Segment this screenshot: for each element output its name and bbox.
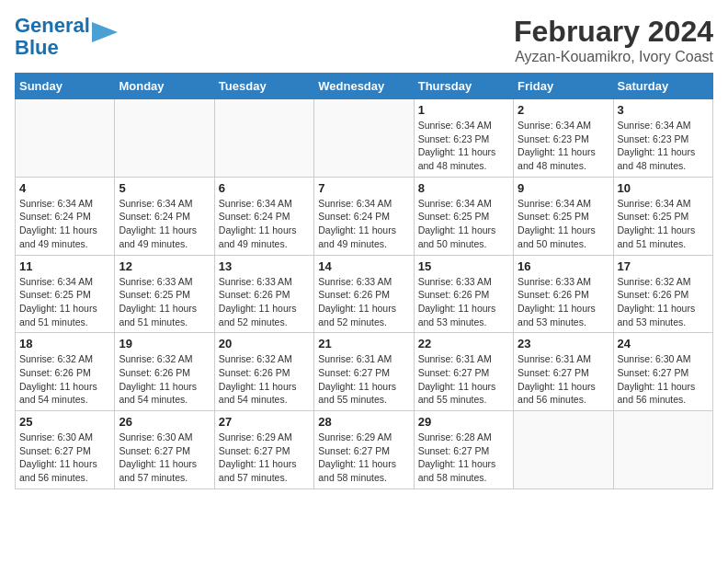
svg-marker-0 xyxy=(92,22,118,42)
table-row xyxy=(613,411,712,489)
header: General Blue February 2024 Ayzan-Kouamik… xyxy=(15,15,713,65)
day-number: 22 xyxy=(418,337,509,350)
table-row: 28Sunrise: 6:29 AM Sunset: 6:27 PM Dayli… xyxy=(314,411,414,489)
day-info: Sunrise: 6:29 AM Sunset: 6:27 PM Dayligh… xyxy=(318,431,409,485)
day-info: Sunrise: 6:34 AM Sunset: 6:25 PM Dayligh… xyxy=(19,275,110,329)
table-row: 18Sunrise: 6:32 AM Sunset: 6:26 PM Dayli… xyxy=(16,333,115,411)
table-row: 27Sunrise: 6:29 AM Sunset: 6:27 PM Dayli… xyxy=(214,411,313,489)
day-info: Sunrise: 6:32 AM Sunset: 6:26 PM Dayligh… xyxy=(618,275,709,329)
day-number: 5 xyxy=(119,181,210,195)
day-info: Sunrise: 6:30 AM Sunset: 6:27 PM Dayligh… xyxy=(19,431,110,485)
day-info: Sunrise: 6:34 AM Sunset: 6:25 PM Dayligh… xyxy=(418,197,509,251)
calendar-week-3: 11Sunrise: 6:34 AM Sunset: 6:25 PM Dayli… xyxy=(16,255,713,333)
table-row: 7Sunrise: 6:34 AM Sunset: 6:24 PM Daylig… xyxy=(314,177,414,255)
day-info: Sunrise: 6:31 AM Sunset: 6:27 PM Dayligh… xyxy=(318,352,409,407)
day-number: 24 xyxy=(618,337,709,350)
calendar-week-5: 25Sunrise: 6:30 AM Sunset: 6:27 PM Dayli… xyxy=(16,411,713,489)
table-row xyxy=(314,99,414,178)
day-number: 16 xyxy=(518,259,609,273)
day-info: Sunrise: 6:30 AM Sunset: 6:27 PM Dayligh… xyxy=(618,352,709,407)
table-row: 25Sunrise: 6:30 AM Sunset: 6:27 PM Dayli… xyxy=(16,411,115,489)
day-number: 2 xyxy=(518,103,609,117)
day-number: 1 xyxy=(418,103,509,117)
table-row: 13Sunrise: 6:33 AM Sunset: 6:26 PM Dayli… xyxy=(214,255,313,333)
day-number: 28 xyxy=(318,415,409,429)
day-number: 26 xyxy=(119,415,210,429)
calendar-header-saturday: Saturday xyxy=(613,74,712,99)
day-number: 18 xyxy=(19,337,110,350)
table-row: 10Sunrise: 6:34 AM Sunset: 6:25 PM Dayli… xyxy=(613,177,712,255)
table-row: 26Sunrise: 6:30 AM Sunset: 6:27 PM Dayli… xyxy=(115,411,214,489)
table-row: 6Sunrise: 6:34 AM Sunset: 6:24 PM Daylig… xyxy=(214,177,313,255)
table-row: 15Sunrise: 6:33 AM Sunset: 6:26 PM Dayli… xyxy=(414,255,513,333)
day-info: Sunrise: 6:34 AM Sunset: 6:23 PM Dayligh… xyxy=(618,119,709,173)
table-row: 29Sunrise: 6:28 AM Sunset: 6:27 PM Dayli… xyxy=(414,411,513,489)
table-row: 4Sunrise: 6:34 AM Sunset: 6:24 PM Daylig… xyxy=(16,177,115,255)
day-number: 10 xyxy=(618,181,709,195)
day-info: Sunrise: 6:34 AM Sunset: 6:23 PM Dayligh… xyxy=(518,119,609,173)
day-info: Sunrise: 6:34 AM Sunset: 6:23 PM Dayligh… xyxy=(418,119,509,173)
day-info: Sunrise: 6:34 AM Sunset: 6:25 PM Dayligh… xyxy=(618,197,709,251)
day-info: Sunrise: 6:32 AM Sunset: 6:26 PM Dayligh… xyxy=(119,352,210,407)
day-number: 21 xyxy=(318,337,409,350)
day-number: 25 xyxy=(19,415,110,429)
table-row xyxy=(16,99,115,178)
day-number: 17 xyxy=(618,259,709,273)
table-row xyxy=(514,411,613,489)
table-row: 16Sunrise: 6:33 AM Sunset: 6:26 PM Dayli… xyxy=(514,255,613,333)
day-number: 19 xyxy=(119,337,210,350)
day-info: Sunrise: 6:32 AM Sunset: 6:26 PM Dayligh… xyxy=(19,352,110,407)
calendar-header-friday: Friday xyxy=(514,74,613,99)
day-info: Sunrise: 6:32 AM Sunset: 6:26 PM Dayligh… xyxy=(219,352,310,407)
table-row: 21Sunrise: 6:31 AM Sunset: 6:27 PM Dayli… xyxy=(314,333,414,411)
table-row: 8Sunrise: 6:34 AM Sunset: 6:25 PM Daylig… xyxy=(414,177,513,255)
day-info: Sunrise: 6:31 AM Sunset: 6:27 PM Dayligh… xyxy=(518,352,609,407)
calendar-header-row: SundayMondayTuesdayWednesdayThursdayFrid… xyxy=(16,74,713,99)
day-number: 12 xyxy=(119,259,210,273)
table-row xyxy=(115,99,214,178)
day-number: 7 xyxy=(318,181,409,195)
table-row xyxy=(214,99,313,178)
day-info: Sunrise: 6:33 AM Sunset: 6:25 PM Dayligh… xyxy=(119,275,210,329)
calendar-header-thursday: Thursday xyxy=(414,74,513,99)
table-row: 19Sunrise: 6:32 AM Sunset: 6:26 PM Dayli… xyxy=(115,333,214,411)
logo-text: General Blue xyxy=(15,15,90,59)
day-number: 3 xyxy=(618,103,709,117)
day-number: 20 xyxy=(219,337,310,350)
day-info: Sunrise: 6:33 AM Sunset: 6:26 PM Dayligh… xyxy=(318,275,409,329)
page-subtitle: Ayzan-Kouamikro, Ivory Coast xyxy=(514,49,713,65)
logo-arrow-icon xyxy=(92,22,118,42)
day-info: Sunrise: 6:34 AM Sunset: 6:24 PM Dayligh… xyxy=(318,197,409,251)
day-info: Sunrise: 6:34 AM Sunset: 6:24 PM Dayligh… xyxy=(19,197,110,251)
calendar-week-2: 4Sunrise: 6:34 AM Sunset: 6:24 PM Daylig… xyxy=(16,177,713,255)
day-number: 11 xyxy=(19,259,110,273)
day-number: 8 xyxy=(418,181,509,195)
table-row: 11Sunrise: 6:34 AM Sunset: 6:25 PM Dayli… xyxy=(16,255,115,333)
table-row: 24Sunrise: 6:30 AM Sunset: 6:27 PM Dayli… xyxy=(613,333,712,411)
table-row: 2Sunrise: 6:34 AM Sunset: 6:23 PM Daylig… xyxy=(514,99,613,178)
day-info: Sunrise: 6:28 AM Sunset: 6:27 PM Dayligh… xyxy=(418,431,509,485)
table-row: 5Sunrise: 6:34 AM Sunset: 6:24 PM Daylig… xyxy=(115,177,214,255)
day-number: 29 xyxy=(418,415,509,429)
day-info: Sunrise: 6:31 AM Sunset: 6:27 PM Dayligh… xyxy=(418,352,509,407)
day-info: Sunrise: 6:34 AM Sunset: 6:24 PM Dayligh… xyxy=(119,197,210,251)
table-row: 9Sunrise: 6:34 AM Sunset: 6:25 PM Daylig… xyxy=(514,177,613,255)
day-number: 23 xyxy=(518,337,609,350)
calendar-week-4: 18Sunrise: 6:32 AM Sunset: 6:26 PM Dayli… xyxy=(16,333,713,411)
table-row: 20Sunrise: 6:32 AM Sunset: 6:26 PM Dayli… xyxy=(214,333,313,411)
calendar-header-wednesday: Wednesday xyxy=(314,74,414,99)
day-info: Sunrise: 6:33 AM Sunset: 6:26 PM Dayligh… xyxy=(518,275,609,329)
day-number: 14 xyxy=(318,259,409,273)
table-row: 12Sunrise: 6:33 AM Sunset: 6:25 PM Dayli… xyxy=(115,255,214,333)
day-info: Sunrise: 6:30 AM Sunset: 6:27 PM Dayligh… xyxy=(119,431,210,485)
day-number: 13 xyxy=(219,259,310,273)
page-title: February 2024 xyxy=(514,15,713,49)
day-info: Sunrise: 6:33 AM Sunset: 6:26 PM Dayligh… xyxy=(418,275,509,329)
day-number: 9 xyxy=(518,181,609,195)
logo: General Blue xyxy=(15,15,118,59)
calendar-week-1: 1Sunrise: 6:34 AM Sunset: 6:23 PM Daylig… xyxy=(16,99,713,178)
table-row: 23Sunrise: 6:31 AM Sunset: 6:27 PM Dayli… xyxy=(514,333,613,411)
day-number: 6 xyxy=(219,181,310,195)
day-info: Sunrise: 6:33 AM Sunset: 6:26 PM Dayligh… xyxy=(219,275,310,329)
calendar-header-monday: Monday xyxy=(115,74,214,99)
